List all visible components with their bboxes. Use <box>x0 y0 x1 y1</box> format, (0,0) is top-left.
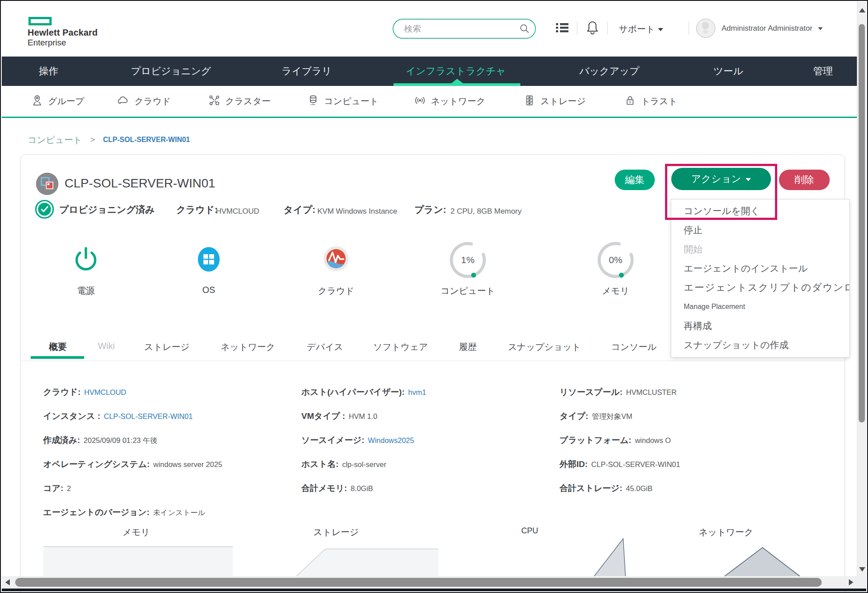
menu-item-install-agent[interactable]: エージェントのインストール <box>671 259 849 278</box>
detail-row: 合計ストレージ:45.0GiB <box>560 476 680 500</box>
nav-tools[interactable]: ツール <box>713 57 743 86</box>
breadcrumb-compute-link[interactable]: コンピュート <box>28 134 82 146</box>
status-plan-label: プラン: <box>414 203 446 216</box>
subnav-clusters[interactable]: クラスター <box>208 86 271 117</box>
support-menu[interactable]: サポート <box>619 23 663 35</box>
host-link[interactable]: hvm1 <box>408 388 426 396</box>
detail-row: プラットフォーム:windows O <box>560 428 680 452</box>
menu-item-open-console[interactable]: コンソールを開く <box>671 201 849 220</box>
tab-history[interactable]: 履歴 <box>459 341 477 353</box>
tab-network[interactable]: ネットワーク <box>221 341 275 353</box>
menu-item-download-agent-script[interactable]: エージェントスクリプトのダウンロード <box>671 278 849 297</box>
detail-row: ホスト(ハイパーバイザー):hvm1 <box>301 380 426 404</box>
vertical-scrollbar[interactable] <box>857 2 866 578</box>
detail-row: 合計メモリ:8.0GiB <box>301 476 426 500</box>
memory-usage-value: 0% <box>595 239 637 281</box>
chevron-down-icon <box>818 27 823 30</box>
tab-wiki[interactable]: Wiki <box>98 341 115 351</box>
compute-usage-value: 1% <box>447 239 489 281</box>
scroll-up-arrow[interactable] <box>859 8 865 12</box>
tab-console[interactable]: コンソール <box>611 341 657 353</box>
storage-chart-title: ストレージ <box>313 526 359 538</box>
chevron-down-icon <box>658 28 663 31</box>
search-icon <box>519 24 530 36</box>
network-icon <box>414 94 426 108</box>
detail-row: オペレーティングシステム:windows server 2025 <box>43 452 222 476</box>
status-type-value: KVM Windows Instance <box>317 205 397 218</box>
breadcrumb-chevron-icon: > <box>90 135 95 145</box>
menu-item-start: 開始 <box>671 240 849 259</box>
scroll-right-arrow[interactable] <box>849 579 853 585</box>
cloud-link[interactable]: HVMCLOUD <box>84 388 126 396</box>
breadcrumb: コンピュート > CLP-SOL-SERVER-WIN01 <box>28 134 190 146</box>
horizontal-scrollbar-thumb[interactable] <box>15 578 822 587</box>
tab-devices[interactable]: デバイス <box>307 341 343 353</box>
menu-item-create-snapshot[interactable]: スナップショットの作成 <box>671 335 849 354</box>
menu-item-manage-placement[interactable]: Manage Placement <box>671 297 849 316</box>
nav-backup[interactable]: バックアップ <box>579 57 639 86</box>
app-window: Hewlett Packard Enterprise サポート Administ… <box>0 0 868 593</box>
nav-provisioning[interactable]: プロビジョニング <box>131 57 211 86</box>
vertical-scrollbar-thumb[interactable] <box>859 24 865 422</box>
nav-library[interactable]: ライブラリ <box>282 57 332 86</box>
support-label: サポート <box>619 24 655 34</box>
detail-row: リソースプール:HVMCLUSTER <box>560 380 680 404</box>
lock-icon <box>624 94 636 108</box>
hpe-logo-mark <box>28 17 52 25</box>
subnav-compute[interactable]: コンピュート <box>307 86 378 117</box>
header-divider <box>689 21 689 35</box>
scroll-down-arrow[interactable] <box>859 567 865 572</box>
edit-button[interactable]: 編集 <box>615 170 655 190</box>
subnav-label: グループ <box>48 95 84 107</box>
status-cloud-label: クラウド: <box>176 203 218 216</box>
user-avatar[interactable] <box>696 19 715 38</box>
provisioned-check-icon <box>35 199 54 223</box>
user-menu[interactable]: Administrator Administrator <box>722 24 823 33</box>
delete-button[interactable]: 削除 <box>779 170 830 190</box>
detail-row: 作成済み:2025/09/09 01:23 午後 <box>43 428 222 452</box>
hpe-logo-line2: Enterprise <box>28 38 98 48</box>
tab-software[interactable]: ソフトウェア <box>373 341 428 353</box>
detail-row: 外部ID:CLP-SOL-SERVER-WIN01 <box>560 452 680 476</box>
cloud-label: クラウド <box>318 285 354 297</box>
subnav-trust[interactable]: トラスト <box>624 86 677 117</box>
detail-row: インスタンス :CLP-SOL-SERVER-WIN01 <box>43 404 222 428</box>
tab-storage[interactable]: ストレージ <box>144 341 190 353</box>
main-nav: 操作 プロビジョニング ライブラリ インフラストラクチャ バックアップ ツール … <box>2 57 857 86</box>
subnav-clouds[interactable]: クラウド <box>117 86 171 117</box>
status-cloud-value: HVMCLOUD <box>216 205 259 218</box>
search-input[interactable] <box>393 19 536 39</box>
infrastructure-subnav: グループ クラウド クラスター コンピュート ネットワーク ストレージ トラスト <box>2 86 857 118</box>
detail-row: エージェントのバージョン:未インストール <box>43 500 222 524</box>
notifications-bell-icon[interactable] <box>585 20 600 38</box>
memory-usage-gauge: 0% <box>595 239 637 281</box>
tab-snapshots[interactable]: スナップショット <box>508 341 581 353</box>
power-icon <box>72 245 100 275</box>
power-label: 電源 <box>77 285 95 297</box>
subnav-label: クラウド <box>134 95 171 107</box>
nav-operations[interactable]: 操作 <box>39 57 58 86</box>
network-chart-title: ネットワーク <box>699 526 753 538</box>
subnav-storage[interactable]: ストレージ <box>523 86 586 117</box>
instance-link[interactable]: CLP-SOL-SERVER-WIN01 <box>104 412 193 420</box>
actions-label: アクション <box>691 173 742 184</box>
subnav-networks[interactable]: ネットワーク <box>414 86 485 117</box>
activity-list-icon[interactable] <box>555 21 569 36</box>
nav-admin[interactable]: 管理 <box>813 57 833 86</box>
breadcrumb-current[interactable]: CLP-SOL-SERVER-WIN01 <box>103 136 190 144</box>
detail-row: コア:2 <box>43 476 222 500</box>
tab-overview[interactable]: 概要 <box>49 341 67 353</box>
hpe-logo-line1: Hewlett Packard <box>28 28 98 38</box>
cloud-icon <box>117 94 130 108</box>
horizontal-scrollbar[interactable] <box>2 576 857 589</box>
subnav-label: コンピュート <box>324 95 378 107</box>
memory-gauge-label: メモリ <box>602 285 629 297</box>
scroll-left-arrow[interactable] <box>5 579 10 585</box>
details-column-1: クラウド:HVMCLOUD インスタンス :CLP-SOL-SERVER-WIN… <box>43 380 222 524</box>
status-plan-value: 2 CPU, 8GB Memory <box>450 205 522 218</box>
source-image-link[interactable]: Windows2025 <box>368 436 414 444</box>
menu-item-stop[interactable]: 停止 <box>671 220 849 240</box>
actions-button[interactable]: アクション <box>671 168 771 190</box>
menu-item-reconfigure[interactable]: 再構成 <box>671 316 849 335</box>
subnav-groups[interactable]: グループ <box>31 86 84 117</box>
